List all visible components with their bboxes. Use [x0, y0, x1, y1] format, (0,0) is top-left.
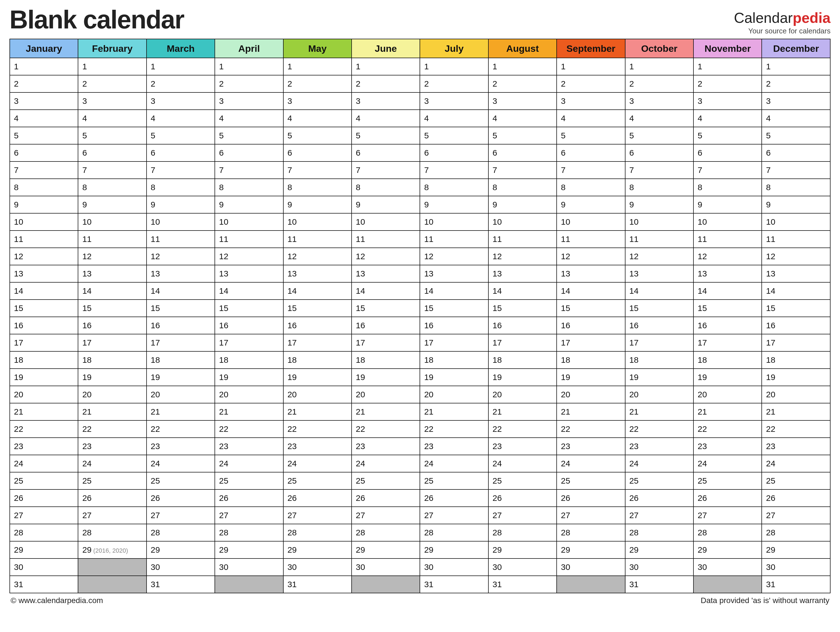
calendar-cell: 28 [283, 524, 352, 541]
calendar-cell: 25 [352, 472, 420, 489]
calendar-cell: 1 [625, 58, 693, 75]
calendar-row: 777777777777 [10, 161, 830, 179]
calendar-cell: 14 [283, 282, 352, 299]
calendar-cell: 30 [147, 558, 215, 576]
calendar-cell: 20 [693, 386, 762, 403]
calendar-cell: 30 [625, 558, 693, 576]
calendar-cell: 21 [762, 403, 830, 421]
calendar-cell: 25 [762, 472, 830, 489]
calendar-cell: 25 [215, 472, 283, 489]
calendar-cell: 26 [693, 489, 762, 507]
calendar-cell: 7 [488, 161, 557, 179]
calendar-cell: 7 [693, 161, 762, 179]
calendar-cell: 19 [420, 369, 488, 386]
calendar-cell: 6 [420, 144, 488, 161]
calendar-cell: 6 [10, 144, 78, 161]
calendar-cell: 4 [283, 110, 352, 127]
calendar-row: 222222222222 [10, 75, 830, 93]
calendar-cell: 29 [352, 541, 420, 558]
calendar-cell: 21 [420, 403, 488, 421]
calendar-cell: 2 [283, 75, 352, 93]
month-header: April [215, 39, 283, 58]
calendar-cell: 22 [10, 421, 78, 438]
calendar-cell: 23 [488, 438, 557, 455]
footer: © www.calendarpedia.com Data provided 'a… [9, 596, 831, 605]
calendar-cell: 30 [557, 558, 625, 576]
calendar-row: 131313131313131313131313 [10, 265, 830, 282]
calendar-cell: 16 [215, 317, 283, 334]
calendar-cell: 29 [147, 541, 215, 558]
calendar-cell: 11 [215, 230, 283, 248]
calendar-cell: 4 [78, 110, 146, 127]
calendar-cell: 2 [693, 75, 762, 93]
calendar-cell: 6 [147, 144, 215, 161]
calendar-cell: 23 [283, 438, 352, 455]
calendar-cell: 18 [283, 351, 352, 369]
calendar-cell: 3 [693, 93, 762, 110]
calendar-cell: 2 [488, 75, 557, 93]
calendar-cell: 18 [78, 351, 146, 369]
calendar-cell: 11 [625, 230, 693, 248]
calendar-cell: 28 [625, 524, 693, 541]
calendar-cell: 13 [352, 265, 420, 282]
calendar-cell: 12 [557, 248, 625, 265]
calendar-cell: 21 [352, 403, 420, 421]
calendar-cell: 4 [488, 110, 557, 127]
calendar-cell: 16 [625, 317, 693, 334]
calendar-cell: 5 [215, 127, 283, 144]
calendar-cell: 10 [147, 213, 215, 230]
calendar-cell: 10 [215, 213, 283, 230]
calendar-cell: 16 [557, 317, 625, 334]
calendar-cell: 31 [488, 576, 557, 593]
calendar-cell: 24 [10, 455, 78, 472]
calendar-cell: 2 [352, 75, 420, 93]
calendar-cell: 19 [488, 369, 557, 386]
calendar-row: 2929(2016, 2020)29292929292929292929 [10, 541, 830, 558]
calendar-cell: 20 [147, 386, 215, 403]
calendar-cell: 7 [625, 161, 693, 179]
calendar-cell: 5 [283, 127, 352, 144]
calendar-cell: 3 [78, 93, 146, 110]
calendar-row: 171717171717171717171717 [10, 334, 830, 351]
calendar-cell: 26 [147, 489, 215, 507]
calendar-cell [352, 576, 420, 593]
calendar-cell: 26 [557, 489, 625, 507]
calendar-cell: 21 [625, 403, 693, 421]
calendar-cell: 7 [10, 161, 78, 179]
calendar-cell: 15 [762, 299, 830, 317]
calendar-cell: 2 [420, 75, 488, 93]
calendar-cell: 10 [10, 213, 78, 230]
calendar-cell: 12 [693, 248, 762, 265]
calendar-cell: 3 [557, 93, 625, 110]
calendar-cell: 2 [78, 75, 146, 93]
calendar-cell: 19 [10, 369, 78, 386]
calendar-cell: 17 [625, 334, 693, 351]
calendar-cell: 10 [625, 213, 693, 230]
brand: Calendarpedia Your source for calendars [734, 8, 831, 35]
calendar-cell: 5 [625, 127, 693, 144]
calendar-cell: 20 [352, 386, 420, 403]
calendar-cell: 14 [78, 282, 146, 299]
calendar-cell: 21 [557, 403, 625, 421]
month-header: October [625, 39, 693, 58]
calendar-cell: 8 [352, 179, 420, 196]
calendar-cell: 14 [762, 282, 830, 299]
calendar-cell: 17 [352, 334, 420, 351]
calendar-cell: 23 [10, 438, 78, 455]
calendar-cell: 22 [693, 421, 762, 438]
calendar-row: 262626262626262626262626 [10, 489, 830, 507]
calendar-cell: 30 [420, 558, 488, 576]
calendar-cell: 2 [10, 75, 78, 93]
calendar-row: 191919191919191919191919 [10, 369, 830, 386]
calendar-cell: 26 [215, 489, 283, 507]
calendar-cell: 12 [283, 248, 352, 265]
calendar-cell: 31 [625, 576, 693, 593]
calendar-cell: 7 [352, 161, 420, 179]
calendar-cell: 20 [10, 386, 78, 403]
calendar-cell: 9 [10, 196, 78, 213]
calendar-cell: 20 [488, 386, 557, 403]
calendar-cell: 10 [762, 213, 830, 230]
calendar-row: 121212121212121212121212 [10, 248, 830, 265]
calendar-cell: 18 [215, 351, 283, 369]
calendar-cell: 5 [147, 127, 215, 144]
